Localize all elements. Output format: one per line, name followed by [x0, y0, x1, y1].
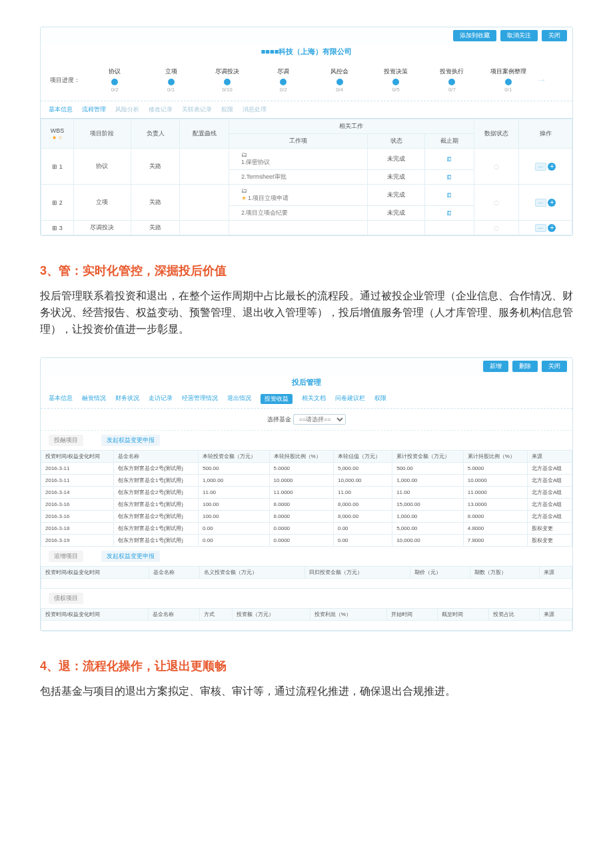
unfollow-button[interactable]: 取消关注 — [500, 30, 538, 41]
calendar-icon[interactable]: 🗓 — [446, 192, 452, 199]
wbs-idx[interactable]: ⊞ 2 — [41, 185, 74, 221]
calendar-icon[interactable]: 🗓 — [446, 156, 452, 163]
fund-select[interactable]: ==请选择== — [293, 414, 346, 425]
step-count: 0/2 — [111, 87, 119, 93]
progress-step[interactable]: 协议0/2 — [87, 67, 143, 93]
cell: 8,000.00 — [333, 511, 392, 523]
panel2-tabs: 基本信息融资情况财务状况走访记录经营管理情况退出情况投资收益相关文档问卷建议栏权… — [41, 390, 572, 409]
calendar-icon[interactable]: 🗓 — [446, 174, 452, 181]
section3-title: 3、管：实时化管控，深掘投后价值 — [40, 263, 573, 279]
table-row: 2016-3-11创东方财富基金1号(测试用)1,000.0010.000010… — [41, 475, 572, 487]
step-label: 协议 — [109, 67, 121, 76]
progress-step[interactable]: 尽调投决0/10 — [199, 67, 255, 93]
cell: 0.0000 — [269, 523, 333, 535]
panel2-tab[interactable]: 相关文档 — [302, 394, 326, 404]
subtab[interactable]: 风险分析 — [115, 105, 139, 114]
panel2-tab[interactable]: 财务状况 — [115, 394, 139, 404]
tag-invest: 投融项目 — [49, 435, 83, 446]
cell: 2016-3-19 — [41, 535, 114, 547]
step-count: 0/4 — [336, 87, 343, 93]
wbs-idx[interactable]: ⊞ 1 — [41, 149, 74, 185]
step-count: 0/10 — [222, 87, 233, 93]
col-header: 投资额（万元） — [232, 609, 310, 621]
cell: 北方基金A组 — [528, 499, 572, 511]
work-item[interactable]: 1.项目立项申请 — [241, 195, 289, 201]
step-count: 0/1 — [167, 87, 175, 93]
th-op: 操作 — [519, 119, 572, 149]
panel2-tab[interactable]: 退出情况 — [227, 394, 251, 404]
doc-icon: 🗂 — [241, 187, 247, 194]
wbs-stage: 协议 — [74, 149, 131, 185]
subtab[interactable]: 关联表记录 — [182, 105, 212, 114]
subtab[interactable]: 消息处理 — [243, 105, 267, 114]
cell: 0.00 — [199, 523, 270, 535]
work-item[interactable]: 1.保密协议 — [241, 159, 271, 165]
progress-step[interactable]: 立项0/1 — [143, 67, 199, 93]
progress-steps: 项目进度： 协议0/2立项0/1尽调投决0/10尽调0/2风控会0/4投资决策0… — [41, 62, 572, 101]
step-label: 尽调 — [277, 67, 289, 76]
panel2-tab[interactable]: 投资收益 — [261, 394, 293, 404]
step-dot-icon — [224, 79, 231, 85]
col-header: 投资占比 — [488, 609, 539, 621]
op-add-button[interactable]: + — [548, 224, 556, 232]
cell: 2016-3-18 — [41, 523, 114, 535]
step-label: 风控会 — [330, 67, 348, 76]
progress-step[interactable]: 投资执行0/7 — [424, 67, 480, 93]
status-cell: 未完成 — [368, 185, 425, 206]
equity-change-button-2[interactable]: 发起权益变更申报 — [101, 551, 160, 562]
wbs-row: ⊞ 3尽调投决关路◌···+ — [41, 221, 572, 235]
progress-step[interactable]: 项目案例整理0/1 — [480, 67, 536, 93]
status-cell: 未完成 — [368, 206, 425, 221]
debt-table: 投资时间/权益变化时间基金名称方式投资额（万元）投资利息（%）开始时间截至时间投… — [41, 608, 572, 631]
op-edit-button[interactable]: ··· — [535, 163, 547, 171]
panel2-tab[interactable]: 权限 — [374, 394, 386, 404]
wbs-idx[interactable]: ⊞ 3 — [41, 221, 74, 235]
col-header: 基金名称 — [149, 609, 199, 621]
op-add-button[interactable]: + — [548, 199, 556, 207]
progress-step[interactable]: 尽调0/2 — [255, 67, 311, 93]
section4-title: 4、退：流程化操作，让退出更顺畅 — [40, 658, 573, 674]
wbs-table: WBS★ ☆ 项目阶段 负责人 配置曲线 相关工作 数据状态 操作 工作项 状态… — [41, 119, 572, 235]
equity-change-button[interactable]: 发起权益变更申报 — [101, 435, 160, 446]
cell: 股权变更 — [528, 523, 572, 535]
subtab[interactable]: 流程管理 — [82, 105, 106, 114]
col-header: 来源 — [539, 567, 572, 579]
panel2-tab[interactable]: 走访记录 — [149, 394, 173, 404]
subtab[interactable]: 权限 — [221, 105, 233, 114]
step-label: 项目案例整理 — [490, 67, 526, 76]
wbs-team — [180, 185, 229, 221]
op-edit-button[interactable]: ··· — [535, 224, 547, 232]
cell: 500.00 — [199, 463, 270, 475]
section4-body: 包括基金与项目的退出方案拟定、审核、审计等，通过流程化推进，确保退出合规推进。 — [40, 683, 573, 700]
select-label: 选择基金 — [267, 416, 291, 423]
add-favorite-button[interactable]: 添加到收藏 — [453, 30, 496, 41]
delete-button[interactable]: 删除 — [512, 361, 538, 372]
step-count: 0/1 — [504, 87, 512, 93]
cell: 创东方财富基金1号(测试用) — [114, 499, 199, 511]
cell: 8.0000 — [269, 499, 333, 511]
step-dot-icon — [336, 79, 343, 85]
close-button-2[interactable]: 关闭 — [542, 361, 567, 372]
work-item[interactable]: 2.项目立项会纪要 — [241, 209, 289, 216]
wbs-team — [180, 149, 229, 185]
table-row: 2016-3-18创东方财富基金1号(测试用)0.000.00000.005,0… — [41, 523, 572, 535]
cell: 10.0000 — [463, 475, 527, 487]
col-header: 累计持股比例（%） — [463, 451, 527, 463]
subtab[interactable]: 修改记录 — [149, 105, 173, 114]
new-button[interactable]: 新增 — [483, 361, 508, 372]
calendar-icon[interactable]: 🗓 — [446, 210, 452, 217]
panel2-tab[interactable]: 融资情况 — [82, 394, 106, 404]
steps-label: 项目进度： — [50, 76, 80, 85]
col-header: 基金名称 — [149, 567, 199, 579]
op-edit-button[interactable]: ··· — [535, 199, 547, 207]
close-button[interactable]: 关闭 — [542, 30, 567, 41]
panel2-tab[interactable]: 问卷建议栏 — [335, 394, 365, 404]
process-progress-panel: 添加到收藏 取消关注 关闭 ■■■■科技（上海）有限公司 项目进度： 协议0/2… — [40, 27, 573, 236]
work-item[interactable]: 2.Termsheet审批 — [241, 173, 287, 180]
subtab[interactable]: 基本信息 — [49, 105, 73, 114]
panel2-tab[interactable]: 经营管理情况 — [182, 394, 218, 404]
panel2-tab[interactable]: 基本信息 — [49, 394, 73, 404]
progress-step[interactable]: 投资决策0/5 — [368, 67, 424, 93]
progress-step[interactable]: 风控会0/4 — [312, 67, 368, 93]
op-add-button[interactable]: + — [548, 163, 556, 171]
